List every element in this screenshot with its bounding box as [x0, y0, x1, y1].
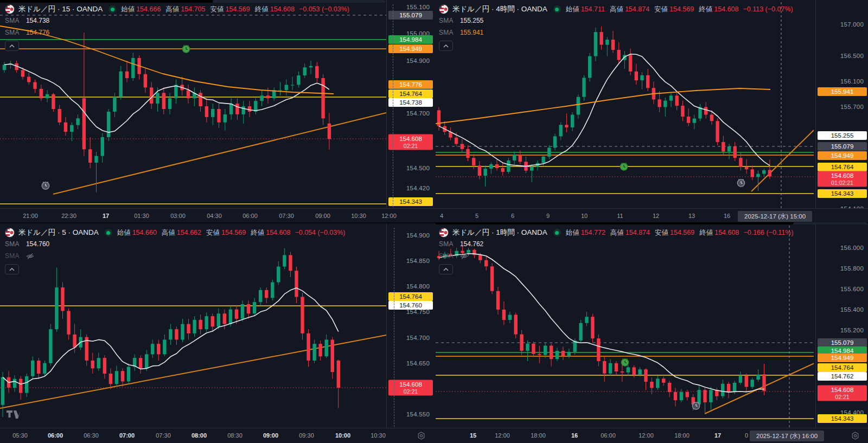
ohlc-label: 始値: [117, 228, 131, 237]
time-tick-label: 18:00: [674, 432, 690, 439]
collapse-legend-button[interactable]: [5, 41, 19, 51]
candle: [588, 56, 591, 78]
axis-settings-gear-icon[interactable]: [851, 432, 859, 440]
countdown-timer: 02:21: [388, 388, 433, 395]
price-tick-label: 155.800: [840, 265, 864, 272]
collapse-legend-button[interactable]: [5, 264, 19, 274]
time-tick-label: 06:00: [48, 432, 63, 439]
alert-clock-icon-green[interactable]: [620, 357, 630, 368]
candle: [520, 335, 523, 351]
ohlc-value: 154.874: [626, 229, 650, 236]
market-status-icon[interactable]: [553, 229, 561, 236]
candle: [496, 291, 500, 310]
candle: [508, 314, 512, 319]
mid-strip-tab: [793, 222, 868, 224]
symbol-title-row[interactable]: 米ドル／円 · 1時間 · OANDA始値154.772高値154.874安値1…: [439, 227, 794, 238]
ohlc-label: 安値: [206, 228, 220, 237]
trendline[interactable]: [0, 335, 386, 408]
collapse-legend-button[interactable]: [439, 41, 453, 51]
time-axis[interactable]: 456910111213162025-12-17 (水) 15:00: [434, 208, 868, 222]
candle: [556, 351, 559, 359]
candle: [121, 371, 124, 381]
candle: [331, 339, 334, 372]
candle: [751, 380, 754, 387]
candle: [544, 345, 547, 355]
price-badge-value: 155.255: [818, 132, 867, 139]
candle: [131, 58, 135, 78]
candle: [585, 317, 588, 323]
candle: [727, 384, 730, 392]
candle: [235, 310, 238, 319]
market-status-icon[interactable]: [553, 5, 561, 13]
ohlc-label: 高値: [165, 5, 179, 14]
time-tick-label: 15: [470, 432, 476, 439]
price-axis[interactable]: 156.000155.800155.600155.400155.200154.4…: [815, 223, 868, 428]
tradingview-logo[interactable]: [7, 410, 21, 419]
time-tick-label: 16: [724, 213, 730, 219]
alert-clock-icon-gray[interactable]: [736, 178, 746, 188]
candle: [119, 72, 123, 97]
candle: [501, 168, 505, 172]
collapse-legend-button[interactable]: [439, 264, 453, 274]
candle: [565, 125, 568, 127]
ohlc-value: 154.608: [714, 5, 738, 13]
price-badge-dark: 155.079: [818, 142, 867, 151]
sma-legend-row: SMA154.760: [5, 238, 346, 250]
price-axis[interactable]: 155.100155.000154.900154.700154.500154.4…: [386, 0, 434, 208]
visibility-off-icon[interactable]: [460, 252, 468, 260]
price-axis[interactable]: 157.000156.500156.100155.700154.100155.9…: [815, 0, 868, 208]
market-status-icon[interactable]: [105, 229, 112, 236]
axis-settings-gear-icon[interactable]: [417, 432, 425, 440]
price-tick-label: 155.100: [406, 4, 430, 10]
trendline[interactable]: [751, 130, 814, 191]
candle: [193, 320, 196, 333]
candle: [513, 155, 516, 160]
candle: [656, 378, 659, 388]
sma-legend-row: SMA: [439, 250, 794, 262]
candle: [157, 344, 160, 354]
visibility-off-icon[interactable]: [26, 252, 34, 260]
candle: [710, 115, 713, 121]
axis-settings-button[interactable]: [417, 432, 425, 442]
time-axis[interactable]: 05:3006:0006:3007:0007:3008:0008:3009:00…: [0, 428, 434, 443]
candle: [260, 95, 263, 101]
sma-line-white[interactable]: [439, 54, 770, 166]
symbol-title-row[interactable]: 米ドル／円 · 5 · OANDA始値154.660高値154.662安値154…: [5, 227, 346, 238]
ohlc-value: 154.772: [581, 229, 605, 236]
price-tick-label: 155.600: [840, 286, 864, 292]
candle: [312, 344, 316, 361]
candle: [27, 77, 30, 82]
price-badge-white: 154.738: [388, 98, 433, 107]
candle: [247, 304, 250, 313]
price-badge-value: 154.343: [818, 415, 867, 422]
sma-line-white[interactable]: [439, 254, 764, 392]
alert-clock-icon-gray[interactable]: [41, 181, 51, 191]
time-tick-label: 09:00: [263, 432, 278, 439]
candle: [617, 50, 621, 60]
candle: [478, 165, 481, 176]
ohlc-label: 終値: [255, 5, 269, 14]
alert-clock-icon-gray[interactable]: [691, 401, 701, 411]
price-tick-label: 154.700: [406, 335, 430, 341]
candle: [271, 283, 274, 298]
time-tick-label: 05:30: [12, 432, 28, 439]
symbol-title-row[interactable]: 米ドル／円 · 15 · OANDA始値154.666高値154.705安値15…: [5, 4, 349, 15]
candle: [502, 310, 506, 320]
tradingview-logo[interactable]: [7, 410, 21, 421]
sma-value: 154.738: [26, 17, 49, 24]
candle: [321, 78, 324, 118]
alert-clock-icon-green[interactable]: [619, 162, 629, 172]
candle: [635, 72, 638, 80]
candle: [266, 95, 270, 98]
symbol-flag-icon: [439, 228, 449, 237]
market-status-icon[interactable]: [108, 5, 116, 13]
axis-settings-button[interactable]: [851, 432, 859, 442]
candle: [211, 109, 214, 117]
time-axis[interactable]: 21:0022:301701:3003:0004:3006:0007:3009:…: [0, 208, 434, 222]
ohlc-value: 154.711: [581, 5, 605, 13]
candle: [205, 106, 208, 117]
symbol-title-row[interactable]: 米ドル／円 · 4時間 · OANDA始値154.711高値154.874安値1…: [439, 4, 793, 15]
candle: [19, 379, 22, 393]
time-axis[interactable]: 1512:0018:001606:0012:0018:001702025-12-…: [434, 428, 868, 443]
price-badge-red: 154.60802:21: [818, 386, 867, 401]
